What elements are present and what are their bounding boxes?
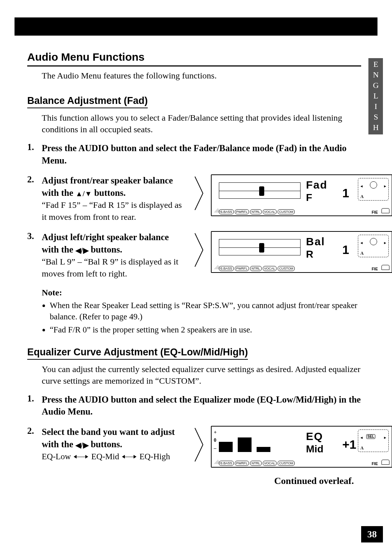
- eq-flow-low: EQ-Low: [42, 452, 71, 461]
- lcd-display-fad: Fad F 1 ◂▸A S.BASS PWRFL NTRL VOCAL CUST…: [211, 174, 392, 216]
- step-number: 1.: [27, 142, 38, 167]
- preset-vocal: VOCAL: [263, 209, 277, 214]
- display-line2: R: [306, 249, 313, 260]
- left-right-triangle-icon: ◀/▶: [75, 441, 89, 449]
- eq-step-1: 1. Press the AUDIO button and select the…: [27, 393, 361, 418]
- subsection-eq-heading: Equalizer Curve Adjustment (EQ-Low/Mid/H…: [27, 347, 248, 360]
- display-line2: Mid: [306, 443, 323, 455]
- step-number: 3.: [27, 231, 38, 280]
- language-tab: ENGLISH: [368, 58, 383, 134]
- slider-graphic: [219, 182, 301, 199]
- language-label: ENGLISH: [371, 60, 380, 133]
- left-arrow-icon: ◂: [360, 183, 363, 189]
- shade-icon: [214, 460, 222, 465]
- double-arrow-icon: [74, 454, 88, 459]
- slider-graphic: [219, 239, 301, 255]
- dial-indicator: ◂SEL▸A: [358, 429, 389, 452]
- preset-custom: CUSTOM: [278, 209, 295, 214]
- a-label: A: [360, 194, 364, 199]
- pointer-icon: [193, 232, 204, 268]
- shade-icon: [214, 265, 222, 270]
- balance-description: This function allows you to select a Fad…: [42, 112, 361, 136]
- pointer-icon: [193, 427, 204, 463]
- sel-label: SEL: [366, 434, 375, 439]
- preset-pwrfl: PWRFL: [235, 209, 249, 214]
- preset-vocal: VOCAL: [263, 266, 277, 271]
- note-item: When the Rear Speaker Lead setting is “R…: [50, 300, 361, 323]
- note-item: “Fad F/R 0” is the proper setting when 2…: [50, 324, 361, 336]
- left-right-triangle-icon: ◀/▶: [75, 246, 89, 254]
- section-heading: Audio Menu Functions: [27, 51, 361, 66]
- step-subtext: “Bal L 9” – “Bal R 9” is displayed as it…: [42, 256, 187, 280]
- preset-row: S.BASS PWRFL NTRL VOCAL CUSTOM: [219, 461, 344, 466]
- preset-pwrfl: PWRFL: [235, 461, 249, 466]
- plus-label: +: [214, 429, 217, 435]
- continued-text: Continued overleaf.: [27, 476, 354, 487]
- fie-label: FIE: [372, 210, 378, 214]
- note-title: Note:: [42, 288, 361, 298]
- display-line2: F: [306, 192, 312, 203]
- preset-custom: CUSTOM: [278, 266, 295, 271]
- slider-knob-icon: [259, 186, 264, 196]
- fie-label: FIE: [372, 461, 378, 466]
- right-arrow-icon: ▸: [384, 435, 386, 440]
- display-value: 1: [342, 243, 349, 257]
- step-number: 2.: [27, 174, 38, 223]
- step-title: Adjust front/rear speaker balance with t…: [42, 174, 187, 199]
- eq-flow: EQ-Low EQ-Mid EQ-High: [42, 452, 187, 461]
- preset-ntrl: NTRL: [250, 461, 262, 466]
- subsection-balance-heading: Balance Adjustment (Fad): [27, 95, 148, 108]
- eq-description: You can adjust the currently selected eq…: [42, 363, 361, 387]
- eq-bar-mid-icon: [238, 437, 252, 452]
- left-arrow-icon: ◂: [360, 240, 363, 246]
- display-line1: Bal: [306, 235, 325, 248]
- dial-icon: [370, 181, 377, 189]
- eq-flow-high: EQ-High: [139, 452, 170, 461]
- header-bar: [15, 17, 377, 36]
- step-title: Press the AUDIO button and select the Eq…: [42, 393, 361, 418]
- step-title: Select the band you want to adjust with …: [42, 426, 187, 451]
- page: ENGLISH 38 Audio Menu Functions The Audi…: [0, 0, 392, 557]
- preset-row: S.BASS PWRFL NTRL VOCAL CUSTOM: [219, 266, 344, 271]
- step-number: 2.: [27, 426, 38, 468]
- preset-vocal: VOCAL: [263, 461, 277, 466]
- dial-indicator: ◂▸A: [358, 235, 389, 257]
- dial-indicator: ◂▸A: [358, 178, 389, 201]
- up-down-triangle-icon: ▲/▼: [75, 190, 92, 198]
- eq-flow-mid: EQ-Mid: [91, 452, 119, 461]
- eq-step-2: 2. Select the band you want to adjust wi…: [27, 426, 361, 468]
- step-number: 1.: [27, 393, 38, 418]
- lcd-display-eq: + 0 – EQ Mid +1 ◂SEL▸A S.BASS PWRFL: [211, 426, 392, 468]
- car-icon: [381, 265, 389, 270]
- step-title: Press the AUDIO button and select the Fa…: [42, 142, 361, 167]
- preset-custom: CUSTOM: [278, 461, 295, 466]
- minus-label: –: [214, 445, 216, 451]
- lcd-display-bal: Bal R 1 ◂▸A S.BASS PWRFL NTRL VOCAL CUST…: [211, 231, 392, 273]
- preset-ntrl: NTRL: [250, 266, 262, 271]
- shade-icon: [214, 208, 222, 213]
- display-line1: Fad: [306, 179, 327, 191]
- fie-label: FIE: [372, 267, 378, 271]
- balance-step-1: 1. Press the AUDIO button and select the…: [27, 142, 361, 167]
- dial-icon: [370, 238, 377, 245]
- car-icon: [381, 460, 389, 465]
- display-line1: EQ: [306, 430, 323, 443]
- note-block: Note: When the Rear Speaker Lead setting…: [42, 288, 361, 336]
- balance-step-3: 3. Adjust left/right speaker balance wit…: [27, 231, 361, 280]
- right-arrow-icon: ▸: [384, 240, 386, 246]
- a-label: A: [360, 445, 364, 451]
- step-subtext: “Fad F 15” – “Fad R 15” is displayed as …: [42, 199, 187, 223]
- pointer-icon: [193, 175, 204, 211]
- right-arrow-icon: ▸: [384, 183, 386, 189]
- content-area: Audio Menu Functions The Audio Menu feat…: [27, 51, 361, 487]
- page-number: 38: [361, 526, 383, 542]
- balance-step-2: 2. Adjust front/rear speaker balance wit…: [27, 174, 361, 223]
- intro-text: The Audio Menu features the following fu…: [42, 71, 361, 81]
- preset-ntrl: NTRL: [250, 209, 262, 214]
- a-label: A: [360, 251, 364, 256]
- step-title: Adjust left/right speaker balance with t…: [42, 231, 187, 256]
- display-value: +1: [342, 437, 356, 452]
- preset-row: S.BASS PWRFL NTRL VOCAL CUSTOM: [219, 209, 344, 214]
- eq-bar-high-icon: [257, 447, 270, 452]
- double-arrow-icon: [122, 454, 136, 459]
